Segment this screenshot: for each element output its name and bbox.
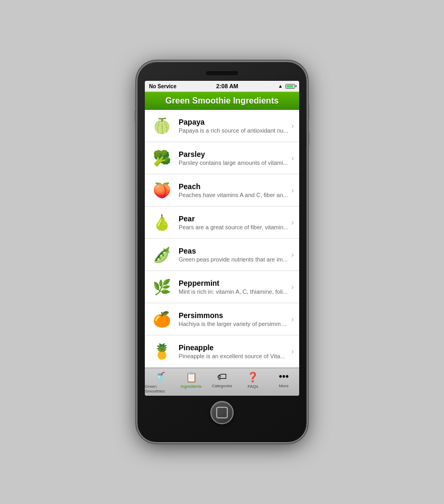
item-image-pear: 🍐 <box>150 211 173 234</box>
item-text-peach: Peach Peaches have vitamins A and C, fib… <box>179 182 288 198</box>
list-item-pear[interactable]: 🍐 Pear Pears are a great source of fiber… <box>145 207 299 239</box>
item-image-peppermint: 🌿 <box>150 275 173 298</box>
list-item-parsley[interactable]: 🥦 Parsley Parsley contains large amounts… <box>145 142 299 174</box>
tab-icon-more: ••• <box>279 371 289 382</box>
speaker-grille <box>206 71 238 76</box>
item-text-persimmons: Persimmons Hachiya is the larger variety… <box>179 311 288 327</box>
tab-label-ingredients: Ingredients <box>181 384 202 389</box>
item-name-pear: Pear <box>179 214 288 223</box>
list-item-papaya[interactable]: 🍈 Papaya Papaya is a rich source of anti… <box>145 110 299 142</box>
tab-more[interactable]: ••• More <box>269 370 299 395</box>
tab-label-categories: Categories <box>212 384 233 388</box>
power-button-bottom[interactable] <box>307 130 309 146</box>
item-text-pear: Pear Pears are a great source of fiber, … <box>179 214 288 230</box>
item-image-papaya: 🍈 <box>150 114 173 137</box>
chevron-persimmons: › <box>291 315 294 323</box>
item-text-papaya: Papaya Papaya is a rich source of antiox… <box>179 118 288 134</box>
home-button-area <box>145 396 299 426</box>
tab-label-more: More <box>279 384 289 388</box>
tab-icon-ingredients: 📋 <box>186 371 197 383</box>
tab-label-green-smoothies: Green Smoothies <box>145 384 175 394</box>
item-desc-persimmons: Hachiya is the larger variety of persimm… <box>179 321 288 327</box>
phone-device: No Service 2:08 AM ▲ Green Smoothie Ingr… <box>137 62 307 442</box>
item-desc-pear: Pears are a great source of fiber, vitam… <box>179 224 288 230</box>
chevron-peach: › <box>291 186 294 194</box>
battery-icon <box>285 84 295 89</box>
wifi-icon: ▲ <box>278 83 283 89</box>
tab-icon-green-smoothies: 🥤 <box>154 371 166 383</box>
chevron-parsley: › <box>291 154 294 162</box>
item-text-parsley: Parsley Parsley contains large amounts o… <box>179 150 288 166</box>
tab-categories[interactable]: 🏷 Categories <box>207 370 237 395</box>
item-desc-parsley: Parsley contains large amounts of vitami… <box>179 160 288 166</box>
item-name-peppermint: Peppermint <box>179 279 288 287</box>
carrier-text: No Service <box>149 83 177 89</box>
status-right: ▲ <box>278 83 295 89</box>
volume-button[interactable] <box>135 109 137 122</box>
chevron-pear: › <box>291 218 294 227</box>
item-text-peppermint: Peppermint Mint is rich in: vitamin A, C… <box>179 279 288 295</box>
chevron-pineapple: › <box>291 347 294 356</box>
item-desc-peach: Peaches have vitamins A and C, fiber an.… <box>179 192 288 198</box>
item-image-pineapple: 🍍 <box>150 340 173 363</box>
list-item-pineapple[interactable]: 🍍 Pineapple Pineapple is an excellent so… <box>145 335 299 368</box>
item-image-persimmons: 🍊 <box>150 307 173 331</box>
item-name-persimmons: Persimmons <box>179 311 288 320</box>
item-name-peach: Peach <box>179 182 288 191</box>
item-desc-peppermint: Mint is rich in: vitamin A, C, thiamine,… <box>179 288 288 295</box>
phone-screen: No Service 2:08 AM ▲ Green Smoothie Ingr… <box>145 81 299 396</box>
list-item-peas[interactable]: 🫛 Peas Green peas provide nutrients that… <box>145 239 299 271</box>
chevron-peas: › <box>291 250 294 259</box>
item-desc-papaya: Papaya is a rich source of antioxidant n… <box>179 127 288 134</box>
tab-green-smoothies[interactable]: 🥤 Green Smoothies <box>145 370 175 395</box>
battery-fill <box>286 85 293 88</box>
list-item-peppermint[interactable]: 🌿 Peppermint Mint is rich in: vitamin A,… <box>145 271 299 303</box>
item-image-peach: 🍑 <box>150 179 173 202</box>
status-bar: No Service 2:08 AM ▲ <box>145 81 299 92</box>
item-image-peas: 🫛 <box>150 243 173 266</box>
item-image-parsley: 🥦 <box>150 146 173 170</box>
tab-bar: 🥤 Green Smoothies 📋 Ingredients 🏷 Catego… <box>145 368 299 396</box>
home-button-inner <box>216 407 228 418</box>
item-name-parsley: Parsley <box>179 150 288 158</box>
item-text-pineapple: Pineapple Pineapple is an excellent sour… <box>179 343 288 359</box>
navigation-bar: Green Smoothie Ingredients <box>145 92 299 110</box>
ingredient-list: 🍈 Papaya Papaya is a rich source of anti… <box>145 110 299 368</box>
home-button[interactable] <box>210 401 234 424</box>
item-name-papaya: Papaya <box>179 118 288 126</box>
chevron-peppermint: › <box>291 283 294 291</box>
page-title: Green Smoothie Ingredients <box>165 96 279 105</box>
power-button-top[interactable] <box>307 104 309 120</box>
item-text-peas: Peas Green peas provide nutrients that a… <box>179 247 288 263</box>
chevron-papaya: › <box>291 122 294 130</box>
tab-icon-faqs: ❓ <box>247 371 258 383</box>
tab-ingredients[interactable]: 📋 Ingredients <box>175 370 206 395</box>
tab-label-faqs: FAQs <box>247 384 258 389</box>
tab-faqs[interactable]: ❓ FAQs <box>237 370 268 395</box>
item-desc-peas: Green peas provide nutrients that are im… <box>179 256 288 263</box>
list-item-peach[interactable]: 🍑 Peach Peaches have vitamins A and C, f… <box>145 174 299 207</box>
time-display: 2:08 AM <box>216 83 238 89</box>
item-name-pineapple: Pineapple <box>179 343 288 352</box>
item-desc-pineapple: Pineapple is an excellent source of Vita… <box>179 353 288 359</box>
tab-icon-categories: 🏷 <box>217 371 227 382</box>
list-item-persimmons[interactable]: 🍊 Persimmons Hachiya is the larger varie… <box>145 303 299 335</box>
item-name-peas: Peas <box>179 247 288 255</box>
